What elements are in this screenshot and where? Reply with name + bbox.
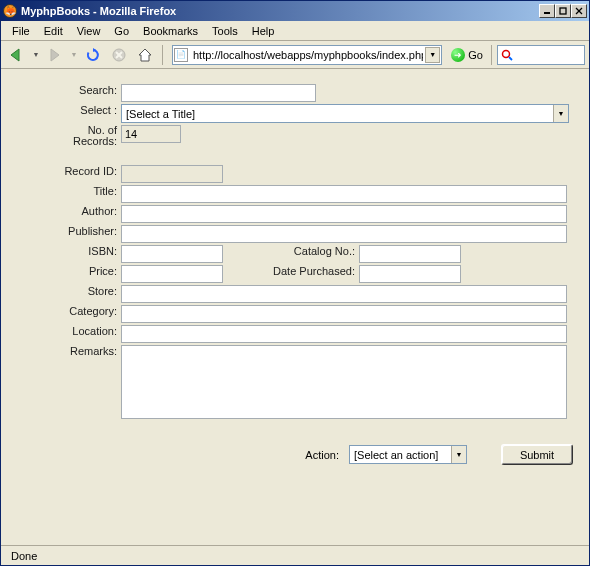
search-bar[interactable] [497, 45, 585, 65]
catalog-no-input[interactable] [359, 245, 461, 263]
price-input[interactable] [121, 265, 223, 283]
title-input[interactable] [121, 185, 567, 203]
navigation-toolbar: ▼ ▼ 📄 ▼ ➜ Go [1, 41, 589, 69]
toolbar-separator [162, 45, 163, 65]
stop-button[interactable] [107, 43, 131, 67]
reload-button[interactable] [81, 43, 105, 67]
menu-tools[interactable]: Tools [205, 23, 245, 39]
firefox-icon: 🦊 [3, 4, 17, 18]
title-select-value: [Select a Title] [122, 108, 553, 120]
form-table: Search: Select : [Select a Title] ▼ No. … [11, 83, 579, 422]
window-title: MyphpBooks - Mozilla Firefox [21, 5, 539, 17]
label-title: Title: [11, 184, 119, 204]
svg-marker-10 [139, 49, 151, 61]
label-isbn: ISBN: [11, 244, 119, 264]
status-text: Done [5, 548, 55, 564]
chevron-down-icon: ▼ [451, 446, 466, 463]
svg-marker-5 [51, 49, 59, 61]
forward-button[interactable] [43, 43, 67, 67]
title-bar: 🦊 MyphpBooks - Mozilla Firefox [1, 1, 589, 21]
go-label: Go [468, 49, 483, 61]
close-button[interactable] [571, 4, 587, 18]
status-bar: Done [1, 545, 589, 565]
minimize-button[interactable] [539, 4, 555, 18]
page-icon: 📄 [174, 48, 188, 62]
label-select: Select : [11, 103, 119, 124]
svg-line-12 [509, 57, 512, 60]
back-dropdown[interactable]: ▼ [31, 51, 41, 58]
menu-bar: File Edit View Go Bookmarks Tools Help [1, 21, 589, 41]
svg-point-11 [502, 50, 509, 57]
menu-bookmarks[interactable]: Bookmarks [136, 23, 205, 39]
chevron-down-icon: ▼ [553, 105, 568, 122]
label-store: Store: [11, 284, 119, 304]
menu-file[interactable]: File [5, 23, 37, 39]
menu-edit[interactable]: Edit [37, 23, 70, 39]
svg-rect-1 [560, 8, 566, 14]
no-of-records-field [121, 125, 181, 143]
publisher-input[interactable] [121, 225, 567, 243]
url-dropdown[interactable]: ▼ [425, 47, 440, 63]
label-remarks: Remarks: [11, 344, 119, 422]
title-select[interactable]: [Select a Title] ▼ [121, 104, 569, 123]
menu-help[interactable]: Help [245, 23, 282, 39]
maximize-button[interactable] [555, 4, 571, 18]
store-input[interactable] [121, 285, 567, 303]
date-purchased-input[interactable] [359, 265, 461, 283]
action-select[interactable]: [Select an action] ▼ [349, 445, 467, 464]
label-category: Category: [11, 304, 119, 324]
search-engine-icon[interactable] [500, 48, 513, 61]
home-button[interactable] [133, 43, 157, 67]
label-date-purchased: Date Purchased: [249, 264, 357, 284]
toolbar-separator-2 [491, 45, 492, 65]
submit-label: Submit [520, 449, 554, 461]
go-icon: ➜ [451, 48, 465, 62]
submit-button[interactable]: Submit [501, 444, 573, 465]
label-no-of-records: No. ofRecords: [11, 124, 119, 148]
label-action: Action: [305, 449, 339, 461]
action-select-value: [Select an action] [350, 449, 451, 461]
label-search: Search: [11, 83, 119, 103]
remarks-textarea[interactable] [121, 345, 567, 419]
svg-marker-4 [11, 49, 19, 61]
menu-go[interactable]: Go [107, 23, 136, 39]
forward-dropdown[interactable]: ▼ [69, 51, 79, 58]
url-input[interactable] [191, 47, 425, 63]
record-id-field [121, 165, 223, 183]
page-content: Search: Select : [Select a Title] ▼ No. … [1, 69, 589, 545]
label-record-id: Record ID: [11, 164, 119, 184]
isbn-input[interactable] [121, 245, 223, 263]
search-input[interactable] [121, 84, 316, 102]
category-input[interactable] [121, 305, 567, 323]
url-bar[interactable]: 📄 ▼ [172, 45, 442, 65]
action-row: Action: [Select an action] ▼ Submit [11, 444, 579, 465]
back-button[interactable] [5, 43, 29, 67]
browser-window: 🦊 MyphpBooks - Mozilla Firefox File Edit… [0, 0, 590, 566]
location-input[interactable] [121, 325, 567, 343]
go-button[interactable]: ➜ Go [448, 48, 486, 62]
label-author: Author: [11, 204, 119, 224]
label-catalog-no: Catalog No.: [249, 244, 357, 264]
label-price: Price: [11, 264, 119, 284]
label-publisher: Publisher: [11, 224, 119, 244]
label-location: Location: [11, 324, 119, 344]
menu-view[interactable]: View [70, 23, 108, 39]
author-input[interactable] [121, 205, 567, 223]
